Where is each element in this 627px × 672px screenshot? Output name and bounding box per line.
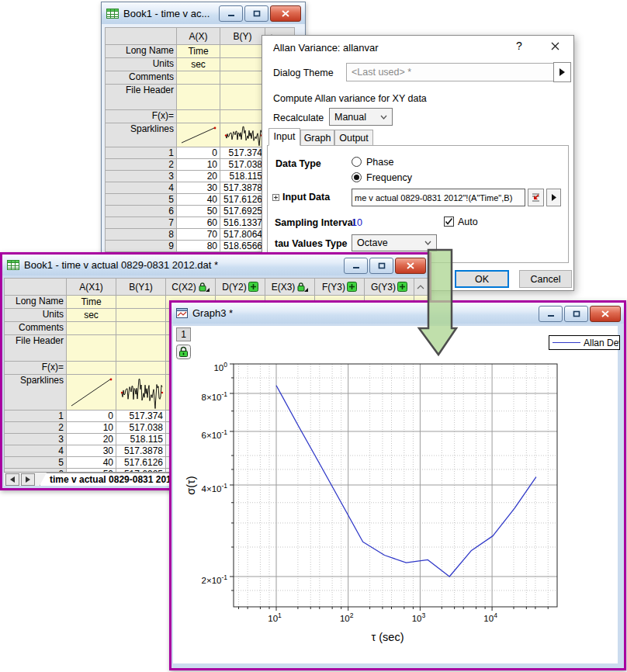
- header-value-cell[interactable]: [220, 123, 265, 147]
- row-number-cell[interactable]: 3: [106, 171, 177, 182]
- auto-checkbox[interactable]: [444, 216, 454, 227]
- row-label-cell[interactable]: Long Name: [106, 45, 177, 58]
- minimize-button[interactable]: [219, 5, 243, 22]
- input-data-field[interactable]: me v actual 0829-0831 2012"!(A"Time",B): [352, 189, 525, 206]
- header-value-cell[interactable]: sec: [177, 58, 220, 71]
- data-cell[interactable]: 518.115: [116, 434, 166, 445]
- header-value-cell[interactable]: [67, 375, 116, 410]
- frequency-radio-label[interactable]: Frequency: [366, 172, 412, 183]
- restore-button[interactable]: [244, 5, 268, 22]
- data-cell[interactable]: 0: [177, 147, 220, 159]
- row-number-cell[interactable]: 7: [106, 217, 177, 229]
- data-cell[interactable]: 517.3878: [220, 182, 265, 194]
- data-cell[interactable]: 0: [67, 410, 116, 422]
- col-header-A(X)[interactable]: A(X): [177, 28, 220, 45]
- header-value-cell[interactable]: [220, 71, 265, 85]
- col-header-A(X1)[interactable]: A(X1): [67, 279, 116, 296]
- header-value-cell[interactable]: [177, 71, 220, 85]
- minimize-button[interactable]: [539, 306, 563, 322]
- row-number-cell[interactable]: 1: [5, 410, 67, 422]
- header-value-cell[interactable]: [116, 335, 166, 362]
- row-label-cell[interactable]: Long Name: [5, 296, 67, 309]
- header-value-cell[interactable]: [220, 110, 265, 123]
- header-value-cell[interactable]: [67, 335, 116, 362]
- header-value-cell[interactable]: [116, 296, 166, 309]
- data-cell[interactable]: 517.6126: [116, 457, 166, 469]
- minimize-button[interactable]: [344, 258, 368, 274]
- input-data-flyout-button[interactable]: [546, 189, 561, 206]
- row-number-cell[interactable]: 5: [106, 194, 177, 206]
- header-value-cell[interactable]: [177, 85, 220, 110]
- data-cell[interactable]: 516.1337: [220, 217, 265, 229]
- corner-cell[interactable]: [106, 28, 177, 45]
- header-value-cell[interactable]: [177, 110, 220, 123]
- close-button[interactable]: [395, 258, 426, 274]
- phase-radio[interactable]: [352, 157, 362, 167]
- row-label-cell[interactable]: File Header: [106, 85, 177, 110]
- row-number-cell[interactable]: 4: [106, 182, 177, 194]
- data-cell[interactable]: 10: [177, 159, 220, 171]
- row-number-cell[interactable]: 3: [5, 434, 67, 445]
- sheet-scroll-right-button[interactable]: [21, 473, 35, 486]
- col-header-F(Y3)[interactable]: F(Y3): [315, 279, 365, 296]
- data-cell[interactable]: 60: [177, 217, 220, 229]
- row-number-cell[interactable]: 2: [5, 422, 67, 434]
- row-number-cell[interactable]: 5: [5, 457, 67, 469]
- row-number-cell[interactable]: 1: [106, 147, 177, 159]
- tab-graph[interactable]: Graph: [300, 130, 334, 146]
- ok-button[interactable]: OK: [455, 270, 509, 288]
- close-button[interactable]: [590, 306, 621, 322]
- recalculate-combo[interactable]: Manual: [329, 108, 393, 126]
- corner-cell[interactable]: [5, 279, 67, 296]
- tau-values-type-combo[interactable]: Octave: [352, 234, 437, 251]
- dialog-theme-input[interactable]: <Last used> *: [346, 63, 556, 81]
- close-button[interactable]: [270, 5, 301, 22]
- sheet-tab[interactable]: time v actual 0829-0831 201: [40, 473, 178, 486]
- phase-radio-label[interactable]: Phase: [366, 157, 393, 168]
- header-value-cell[interactable]: [67, 322, 116, 335]
- row-label-cell[interactable]: Sparklines: [5, 375, 67, 410]
- dialog-help-button[interactable]: ?: [509, 40, 529, 57]
- data-cell[interactable]: 517.6925: [220, 206, 265, 217]
- dialog-theme-flyout-button[interactable]: [553, 62, 571, 82]
- col-header-D(Y2)[interactable]: D(Y2): [216, 279, 265, 296]
- data-cell[interactable]: 80: [177, 241, 220, 252]
- header-value-cell[interactable]: [220, 85, 265, 110]
- auto-checkbox-label[interactable]: Auto: [458, 216, 478, 227]
- cancel-button[interactable]: Cancel: [519, 270, 572, 288]
- layer-1-button[interactable]: 1: [176, 327, 191, 341]
- col-header-E(X3)[interactable]: E(X3): [265, 279, 315, 296]
- row-label-cell[interactable]: Comments: [5, 322, 67, 335]
- tab-output[interactable]: Output: [334, 130, 373, 146]
- header-value-cell[interactable]: [220, 58, 265, 71]
- data-cell[interactable]: 517.374: [220, 147, 265, 159]
- row-label-cell[interactable]: F(x)=: [5, 362, 67, 375]
- data-cell[interactable]: 30: [67, 445, 116, 457]
- allan-deviation-curve[interactable]: [276, 386, 536, 577]
- data-cell[interactable]: 20: [67, 434, 116, 445]
- recalc-lock-plus-icon[interactable]: [397, 282, 407, 292]
- col-header-B(Y)[interactable]: B(Y): [220, 28, 265, 45]
- input-data-select-button[interactable]: [528, 189, 544, 206]
- header-value-cell[interactable]: [177, 123, 220, 147]
- row-number-cell[interactable]: 8: [106, 229, 177, 241]
- data-cell[interactable]: 10: [67, 422, 116, 434]
- data-cell[interactable]: 517.3878: [116, 445, 166, 457]
- tab-input[interactable]: Input: [268, 128, 300, 146]
- row-label-cell[interactable]: Comments: [106, 71, 177, 85]
- col-header-G(Y3)[interactable]: G(Y3): [365, 279, 414, 296]
- header-value-cell[interactable]: [116, 309, 166, 322]
- header-value-cell[interactable]: [116, 322, 166, 335]
- scroll-up-button[interactable]: [414, 279, 428, 296]
- data-cell[interactable]: 517.374: [116, 410, 166, 422]
- header-value-cell[interactable]: sec: [67, 309, 116, 322]
- data-cell[interactable]: 40: [177, 194, 220, 206]
- sheet-scroll-left-button[interactable]: [5, 473, 19, 486]
- restore-button[interactable]: [564, 306, 588, 322]
- row-number-cell[interactable]: 4: [5, 445, 67, 457]
- data-cell[interactable]: 517.038: [220, 159, 265, 171]
- data-cell[interactable]: 30: [177, 182, 220, 194]
- recalc-lock-plus-icon[interactable]: [248, 282, 258, 292]
- row-number-cell[interactable]: 9: [106, 241, 177, 252]
- data-cell[interactable]: 50: [177, 206, 220, 217]
